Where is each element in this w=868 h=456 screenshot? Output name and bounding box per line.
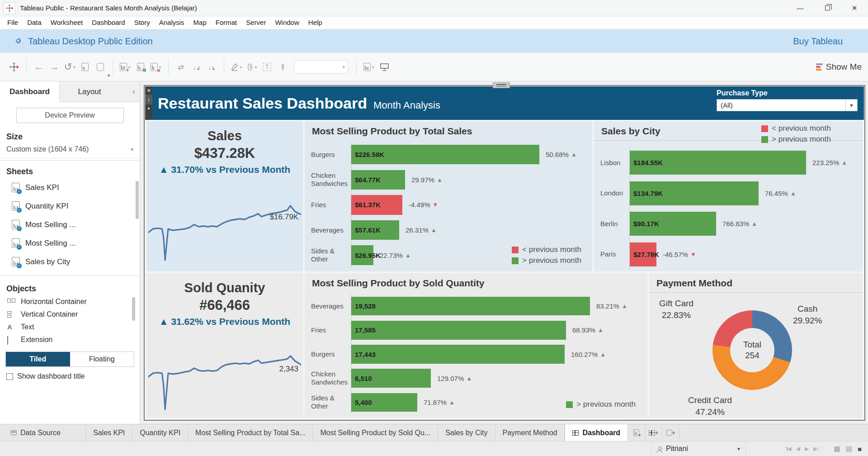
- tab-dashboard-active[interactable]: Dashboard: [565, 424, 628, 441]
- tab-payment-method[interactable]: Payment Method: [495, 424, 565, 441]
- payment-donut-chart[interactable]: Total 254: [712, 310, 792, 390]
- forward-button[interactable]: →: [47, 58, 62, 76]
- tab-quantity-kpi[interactable]: Quantity KPI: [132, 424, 188, 441]
- first-record-button[interactable]: ◀: [787, 446, 792, 452]
- show-title-checkbox[interactable]: [6, 373, 13, 380]
- object-extension[interactable]: Extension: [0, 333, 140, 346]
- new-story-tab-button[interactable]: +: [662, 424, 679, 441]
- show-me-button[interactable]: Show Me: [816, 62, 862, 72]
- legend-item[interactable]: < previous month: [761, 124, 831, 133]
- menu-help[interactable]: Help: [304, 16, 327, 29]
- object-vertical-container[interactable]: Vertical Container: [0, 308, 140, 321]
- menu-data[interactable]: Data: [23, 16, 46, 29]
- new-worksheet-tab-button[interactable]: +: [628, 424, 645, 441]
- minimize-button[interactable]: —: [787, 0, 814, 16]
- bar-mark[interactable]: 17,585: [351, 321, 566, 339]
- tab-most-selling-total-sales[interactable]: Most Selling Product by Total Sa...: [188, 424, 313, 441]
- device-preview-button[interactable]: Device Preview: [16, 108, 124, 123]
- sheet-item-most-selling-1[interactable]: ✓ Most Selling ...: [0, 215, 140, 234]
- clear-sheet-button[interactable]: ×▾: [148, 58, 164, 76]
- menu-file[interactable]: File: [3, 16, 23, 29]
- tab-dashboard[interactable]: Dashboard: [0, 81, 60, 102]
- bar-mark[interactable]: $134.79K: [630, 181, 759, 205]
- show-hide-cards-button[interactable]: ▾: [361, 58, 377, 76]
- bar-mark[interactable]: 17,443: [351, 345, 565, 363]
- bar-mark[interactable]: $27.78K: [630, 242, 656, 266]
- sheet-item-sales-kpi[interactable]: ✓ Sales KPI: [0, 178, 140, 197]
- menu-worksheet[interactable]: Worksheet: [46, 16, 87, 29]
- menu-dashboard[interactable]: Dashboard: [87, 16, 129, 29]
- last-record-button[interactable]: ▶: [813, 446, 818, 452]
- bar-mark[interactable]: $57.61K: [351, 220, 399, 240]
- sheet-item-most-selling-2[interactable]: ✓ Most Selling ...: [0, 234, 140, 252]
- attach-button[interactable]: ▾: [244, 58, 259, 76]
- tableau-home-button[interactable]: [6, 58, 22, 76]
- menu-window[interactable]: Window: [270, 16, 303, 29]
- item-menu-icon[interactable]: ▼: [145, 104, 152, 113]
- menu-analysis[interactable]: Analysis: [155, 16, 189, 29]
- bar-mark[interactable]: 5,400: [351, 393, 417, 412]
- legend-item[interactable]: > previous month: [566, 400, 636, 409]
- quantity-sparkline[interactable]: 2,343: [148, 339, 301, 412]
- tab-sales-kpi[interactable]: Sales KPI: [86, 424, 132, 441]
- sales-sparkline[interactable]: $16.79K: [148, 193, 301, 265]
- bar-mark[interactable]: $61.37K: [351, 195, 402, 214]
- close-button[interactable]: ✕: [841, 0, 868, 16]
- size-selector[interactable]: Custom size (1604 x 746) ▾: [0, 143, 140, 158]
- menu-story[interactable]: Story: [130, 16, 155, 29]
- next-record-button[interactable]: ▶: [805, 446, 809, 452]
- restore-button[interactable]: [814, 0, 841, 16]
- floating-option[interactable]: Floating: [70, 352, 134, 366]
- tiled-option[interactable]: Tiled: [6, 352, 70, 366]
- tab-layout[interactable]: Layout: [60, 81, 119, 102]
- swap-rows-columns-button[interactable]: ⇄: [173, 58, 189, 76]
- show-dashboard-title-row[interactable]: Show dashboard title: [6, 372, 140, 380]
- previous-record-button[interactable]: ◀: [796, 446, 800, 452]
- text-label-button[interactable]: T: [259, 58, 275, 76]
- back-button[interactable]: ←: [31, 58, 47, 76]
- menu-server[interactable]: Server: [241, 16, 270, 29]
- sort-descending-button[interactable]: ↓: [204, 58, 219, 76]
- remove-item-icon[interactable]: ✕: [145, 86, 152, 95]
- duplicate-sheet-button[interactable]: ⧉: [133, 58, 148, 76]
- bar-mark[interactable]: $184.55K: [630, 151, 806, 175]
- tab-data-source[interactable]: Data Source: [0, 424, 86, 441]
- new-worksheet-button[interactable]: +▾: [118, 58, 133, 76]
- fit-selector[interactable]: ▾: [294, 60, 348, 74]
- legend-item[interactable]: > previous month: [761, 135, 831, 144]
- collapse-pane-icon[interactable]: ‹: [132, 87, 135, 96]
- legend-item[interactable]: > previous month: [512, 256, 581, 265]
- bar-mark[interactable]: 6,510: [351, 369, 431, 387]
- author-selector[interactable]: Pitriani ▼: [651, 442, 746, 456]
- sheets-scrollbar[interactable]: [136, 181, 139, 219]
- bar-mark[interactable]: $26.95K: [351, 245, 373, 265]
- tab-sales-by-city[interactable]: Sales by City: [438, 424, 495, 441]
- menu-map[interactable]: Map: [189, 16, 211, 29]
- bar-mark[interactable]: $90.17K: [630, 212, 716, 236]
- bar-mark[interactable]: $64.77K: [351, 170, 405, 190]
- object-horizontal-container[interactable]: Horizontal Container: [0, 295, 140, 308]
- tab-most-selling-sold-quantity[interactable]: Most Selling Product by Sold Qu...: [313, 424, 438, 441]
- legend-item[interactable]: < previous month: [512, 245, 581, 254]
- filter-dropdown[interactable]: (All) ▼: [717, 99, 858, 111]
- new-data-source-button[interactable]: +: [93, 58, 108, 76]
- highlight-button[interactable]: ▾: [229, 58, 244, 76]
- sheet-item-sales-by-city[interactable]: ✓ Sales by City: [0, 252, 140, 271]
- full-view-icon[interactable]: ■: [858, 445, 862, 453]
- grid-view-icon[interactable]: ▦: [834, 445, 840, 453]
- save-button[interactable]: [77, 58, 93, 76]
- fix-axes-button[interactable]: [275, 58, 290, 76]
- sort-ascending-button[interactable]: ↓: [189, 58, 204, 76]
- undo-button[interactable]: ↺▾: [62, 58, 77, 76]
- sheet-item-quantity-kpi[interactable]: ✓ Quantity KPI: [0, 197, 140, 215]
- presentation-mode-button[interactable]: [377, 58, 392, 76]
- buy-tableau-link[interactable]: Buy Tableau: [793, 36, 843, 47]
- bar-mark[interactable]: 19,528: [351, 297, 590, 315]
- object-text[interactable]: A Text: [0, 321, 140, 333]
- split-view-icon[interactable]: ▤: [846, 445, 852, 453]
- pin-item-icon[interactable]: ↕: [145, 95, 152, 104]
- drag-grip-handle[interactable]: [493, 82, 510, 88]
- bar-mark[interactable]: $226.58K: [351, 145, 539, 164]
- objects-scrollbar[interactable]: [132, 297, 135, 321]
- menu-format[interactable]: Format: [211, 16, 242, 29]
